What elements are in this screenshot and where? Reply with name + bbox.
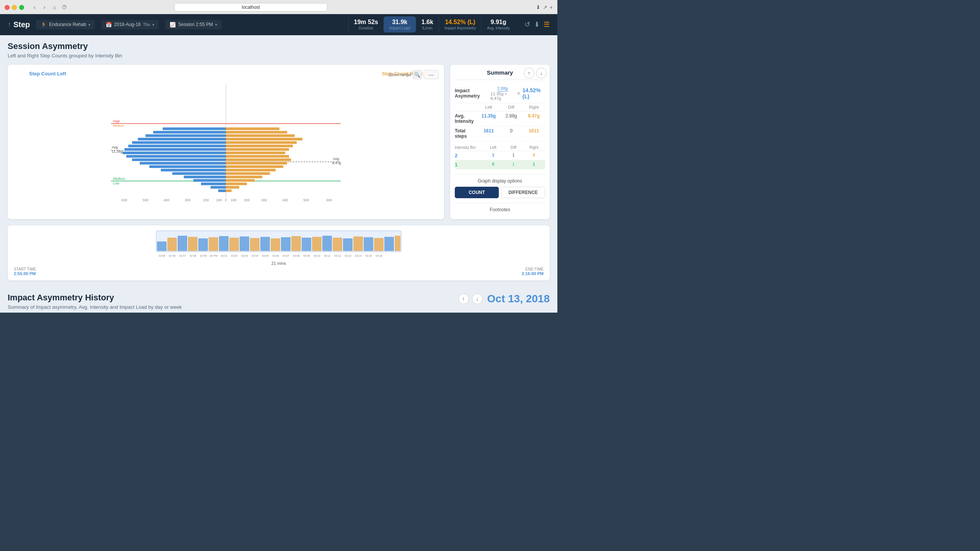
svg-rect-92 (219, 236, 229, 251)
svg-rect-23 (132, 158, 226, 161)
svg-text:High: High (113, 119, 120, 123)
history-up-button[interactable]: ↑ (458, 293, 469, 304)
svg-text:21: 21 (223, 127, 227, 130)
svg-text:400: 400 (282, 198, 288, 202)
col-diff: Diff (500, 105, 523, 109)
asymmetry-stat[interactable]: 14.52% (L) Impact Asymmetry (439, 16, 481, 33)
graph-options: Graph display options COUNT DIFFERENCE (455, 174, 545, 198)
svg-rect-14 (163, 127, 226, 130)
close-button[interactable] (5, 5, 10, 10)
il-min-stat[interactable]: 1.6k IL/min (416, 16, 439, 33)
section-title: Session Asymmetry (8, 41, 550, 51)
svg-rect-34 (226, 131, 287, 134)
avg-intensity-stat[interactable]: 9.91g Avg. Intensity (481, 16, 515, 33)
bin-1-value: 2 (455, 153, 482, 158)
svg-text:500: 500 (142, 198, 148, 202)
svg-text:7: 7 (224, 175, 226, 179)
duration-stat[interactable]: 19m 52s Duration (348, 16, 384, 33)
svg-text:0: 0 (225, 198, 227, 202)
svg-text:02:56: 02:56 (169, 254, 176, 257)
svg-text:03:02: 03:02 (231, 254, 238, 257)
difference-button[interactable]: DIFFERENCE (501, 187, 545, 198)
date-selector[interactable]: 📅 2018-Aug-16 Thu ▾ (101, 20, 159, 29)
refresh-icon[interactable]: ↺ (524, 20, 530, 29)
address-bar[interactable]: localhost (174, 3, 327, 11)
svg-text:02:57: 02:57 (179, 254, 186, 257)
impact-asymmetry-row: Impact Asymmetry 2.88g 11.35g + 8.47g = … (455, 84, 545, 103)
svg-text:10: 10 (223, 165, 227, 168)
svg-text:02:58: 02:58 (189, 254, 196, 257)
add-tab-button[interactable]: + (550, 4, 553, 10)
history-button[interactable]: ⏱ (60, 3, 69, 11)
download-header-icon[interactable]: ⬇ (534, 20, 540, 29)
start-time-block: START TIME 2:55:00 PM (14, 267, 36, 276)
zoom-button[interactable]: 🔍 (413, 70, 422, 79)
mini-timeline-chart: 02:55 02:56 02:57 02:58 02:59 03 PM 03:0… (8, 225, 550, 280)
history-down-button[interactable]: ↓ (472, 293, 483, 304)
svg-rect-25 (149, 165, 226, 168)
col-headers: Left Diff Right (455, 103, 545, 111)
svg-text:03:04: 03:04 (252, 254, 258, 257)
il-min-value: 1.6k (421, 19, 433, 26)
share-icon[interactable]: ↗ (543, 4, 547, 10)
svg-text:03:14: 03:14 (355, 254, 362, 257)
svg-rect-86 (157, 241, 167, 251)
intensity-row-2: 1 0 1 1 (455, 160, 545, 170)
session-selector[interactable]: 📈 Session 2:55 PM ▾ (165, 20, 222, 29)
svg-rect-22 (126, 155, 226, 158)
svg-text:03:07: 03:07 (283, 254, 289, 257)
menu-icon[interactable]: ☰ (544, 20, 550, 29)
count-button[interactable]: COUNT (455, 187, 499, 198)
start-time-value: 2:55:00 PM (14, 271, 36, 276)
back-button[interactable]: ‹ (30, 3, 39, 11)
maximize-button[interactable] (19, 5, 24, 10)
history-subtitle: Summary of Impact asymmetry, Avg. Intens… (8, 304, 458, 310)
svg-rect-106 (364, 237, 373, 251)
svg-text:500: 500 (303, 198, 309, 202)
bin-2-left: 0 (482, 162, 505, 168)
svg-text:13: 13 (223, 155, 227, 158)
ia-numerator: 2.88g (497, 86, 508, 91)
impact-load-stat[interactable]: 31.9k Impact Load (384, 16, 416, 33)
svg-rect-21 (122, 152, 226, 154)
down-arrow-button[interactable]: ↓ (536, 68, 547, 78)
history-date-area: ↑ ↓ Oct 13, 2018 (458, 293, 550, 305)
footnotes-title: Footnotes (455, 207, 545, 212)
svg-text:16: 16 (223, 144, 227, 148)
svg-rect-26 (161, 169, 226, 171)
top-chart-area: Step Count Left Step Count Right Zoom ra… (0, 65, 557, 225)
minimize-button[interactable] (12, 5, 17, 10)
svg-text:11: 11 (223, 161, 227, 165)
svg-text:03:05: 03:05 (262, 254, 269, 257)
it-col-bin: Intensity Bin (455, 145, 482, 150)
svg-text:03:11: 03:11 (324, 254, 331, 257)
duration-value: 19m 52s (354, 19, 378, 26)
avg-intensity-value: 9.91g (487, 19, 510, 26)
program-selector[interactable]: 🏃 Endurance Rehab ▾ (36, 20, 95, 29)
start-time-label: START TIME (14, 267, 36, 271)
up-arrow-button[interactable]: ↑ (524, 68, 534, 78)
total-steps-label: Total steps (455, 128, 477, 139)
session-label: Session 2:55 PM (178, 22, 213, 27)
total-left-val: 1611 (477, 128, 500, 139)
url-text: localhost (242, 5, 260, 10)
svg-text:15: 15 (223, 148, 227, 151)
app-header: ↑ Step 🏃 Endurance Rehab ▾ 📅 2018-Aug-16… (0, 14, 557, 35)
svg-text:03:16: 03:16 (376, 254, 382, 257)
svg-text:19: 19 (223, 134, 227, 137)
svg-text:03:08: 03:08 (293, 254, 300, 257)
history-date: Oct 13, 2018 (487, 293, 550, 305)
svg-text:400: 400 (163, 198, 169, 202)
asymmetry-label: Impact Asymmetry (444, 26, 476, 30)
asymmetry-section-header: Session Asymmetry Left and Right Step Co… (0, 35, 557, 65)
forward-button[interactable]: › (40, 3, 49, 11)
home-button[interactable]: ⌂ (50, 3, 59, 11)
svg-text:4: 4 (224, 186, 226, 189)
svg-text:600: 600 (121, 198, 127, 202)
svg-rect-27 (172, 172, 226, 175)
svg-rect-19 (128, 145, 226, 147)
download-icon[interactable]: ⬇ (536, 4, 541, 10)
chart-axis-labels: Step Count Left Step Count Right (14, 71, 438, 77)
svg-text:600: 600 (326, 198, 332, 202)
zoom-slider[interactable]: — (423, 70, 439, 79)
